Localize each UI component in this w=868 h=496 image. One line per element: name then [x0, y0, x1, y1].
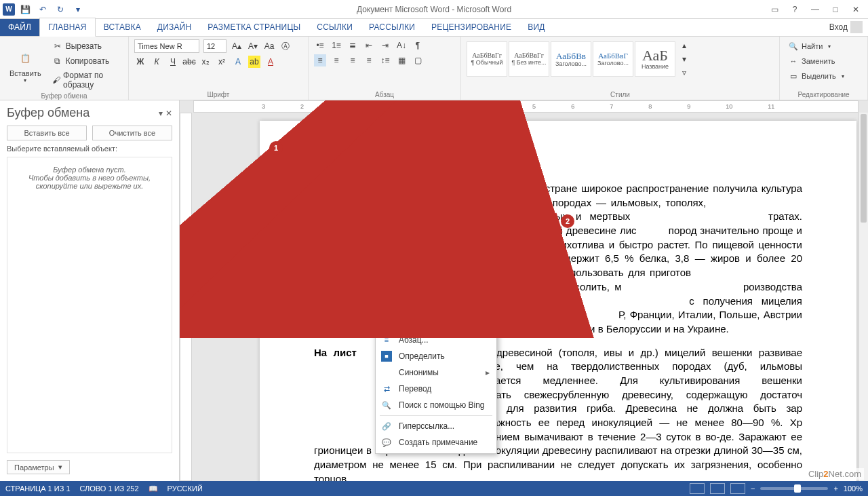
- mini-italic[interactable]: К: [393, 206, 405, 218]
- select-button[interactable]: ▭Выделить▾: [785, 69, 862, 83]
- strike-button[interactable]: abc: [183, 56, 195, 68]
- shrink-font-icon[interactable]: A▾: [247, 40, 259, 52]
- help-icon[interactable]: ?: [785, 2, 804, 17]
- horizontal-ruler[interactable]: 3211234567891011: [193, 100, 859, 113]
- vertical-ruler[interactable]: [180, 113, 192, 481]
- bold-button[interactable]: Ж: [134, 56, 146, 68]
- ctx-paragraph[interactable]: ≡Абзац...: [376, 332, 496, 348]
- superscript-button[interactable]: x²: [216, 56, 228, 68]
- tab-review[interactable]: РЕЦЕНЗИРОВАНИЕ: [423, 18, 519, 36]
- qat-dropdown-icon[interactable]: ▾: [71, 2, 85, 17]
- tab-home[interactable]: ГЛАВНАЯ: [39, 18, 95, 37]
- ctx-bing-search[interactable]: 🔍Поиск с помощью Bing: [376, 397, 496, 413]
- tab-insert[interactable]: ВСТАВКА: [96, 18, 149, 36]
- mini-format-painter-icon[interactable]: 🖌: [493, 192, 505, 204]
- ctx-translate[interactable]: ⇄Перевод: [376, 381, 496, 397]
- copy-button[interactable]: ⧉Копировать: [50, 54, 123, 68]
- undo-icon[interactable]: ↶: [35, 2, 50, 17]
- text-effects-icon[interactable]: A: [232, 56, 244, 68]
- sign-in-button[interactable]: Вход: [824, 18, 868, 36]
- tab-file[interactable]: ФАЙЛ: [0, 18, 39, 36]
- mini-styles-label[interactable]: Стили: [482, 209, 507, 216]
- clipboard-options-button[interactable]: Параметры▾: [7, 460, 70, 474]
- ctx-hyperlink[interactable]: 🔗Гиперссылка...: [376, 418, 496, 434]
- tab-design[interactable]: ДИЗАЙН: [149, 18, 200, 36]
- font-name-input[interactable]: Times New R: [134, 39, 199, 53]
- status-spellcheck-icon[interactable]: 📖: [149, 484, 158, 493]
- outdent-icon[interactable]: ⇤: [363, 39, 375, 52]
- style-normal[interactable]: АаБбВвГг¶ Обычный: [467, 41, 507, 77]
- change-case-icon[interactable]: Aa: [263, 40, 275, 52]
- status-words[interactable]: СЛОВО 1 ИЗ 252: [80, 484, 139, 493]
- numbering-icon[interactable]: 1≡: [330, 39, 342, 52]
- font-size-input[interactable]: 12: [203, 39, 226, 53]
- tab-references[interactable]: ССЫЛКИ: [309, 18, 361, 36]
- clear-all-button[interactable]: Очистить все: [92, 126, 172, 140]
- redo-icon[interactable]: ↻: [53, 2, 68, 17]
- status-page[interactable]: СТРАНИЦА 1 ИЗ 1: [5, 484, 71, 493]
- tab-layout[interactable]: РАЗМЕТКА СТРАНИЦЫ: [199, 18, 309, 36]
- paste-button[interactable]: 📋 Вставить ▾: [5, 45, 45, 86]
- mini-font-color-icon[interactable]: A: [437, 206, 450, 218]
- tab-mailings[interactable]: РАССЫЛКИ: [361, 18, 423, 36]
- grow-font-icon[interactable]: A▴: [231, 40, 243, 52]
- line-spacing-icon[interactable]: ↕≡: [379, 54, 391, 66]
- borders-icon[interactable]: ▢: [412, 54, 424, 66]
- ribbon-options-icon[interactable]: ▭: [765, 2, 784, 17]
- style-heading1[interactable]: АаБбВвЗаголово...: [551, 41, 591, 77]
- pane-dropdown-icon[interactable]: ▾: [159, 109, 163, 118]
- vertical-scrollbar[interactable]: [859, 113, 868, 481]
- pane-close-icon[interactable]: ✕: [165, 109, 172, 118]
- mini-styles-icon[interactable]: A: [508, 192, 520, 204]
- mini-font-name[interactable]: Times New Rom: [378, 191, 437, 205]
- document-page[interactable]: В Европе, Северной Америке, Азии и в наш…: [260, 121, 856, 481]
- underline-button[interactable]: Ч: [167, 56, 179, 68]
- ctx-copy[interactable]: ⧉Копировать: [376, 259, 496, 275]
- save-icon[interactable]: 💾: [18, 2, 33, 17]
- style-title[interactable]: АаБНазвание: [635, 41, 675, 77]
- zoom-in-button[interactable]: +: [833, 484, 837, 493]
- sort-icon[interactable]: A↓: [395, 39, 408, 52]
- mini-highlight-icon[interactable]: ab: [422, 206, 435, 218]
- status-language[interactable]: РУССКИЙ: [167, 484, 203, 493]
- font-color-icon[interactable]: A: [264, 56, 277, 68]
- ctx-new-comment[interactable]: 💬Создать примечание: [376, 434, 496, 451]
- multilevel-icon[interactable]: ≣: [347, 39, 359, 52]
- align-right-icon[interactable]: ≡: [347, 54, 359, 66]
- highlight-icon[interactable]: ab: [248, 56, 260, 68]
- subscript-button[interactable]: x₂: [199, 56, 212, 68]
- ctx-font[interactable]: AШрифт...: [376, 316, 496, 332]
- zoom-slider[interactable]: [760, 487, 828, 490]
- mini-numbering-icon[interactable]: 1≡: [467, 206, 479, 218]
- mini-bold[interactable]: Ж: [378, 206, 390, 218]
- find-button[interactable]: 🔍Найти▾: [785, 39, 862, 53]
- maximize-icon[interactable]: □: [826, 2, 845, 17]
- view-web-icon[interactable]: [730, 483, 745, 494]
- mini-bullets-icon[interactable]: •≡: [452, 206, 465, 218]
- italic-button[interactable]: К: [151, 56, 163, 68]
- ctx-cut[interactable]: ✂Вырезать: [376, 242, 496, 259]
- justify-icon[interactable]: ≡: [363, 54, 375, 66]
- zoom-out-button[interactable]: −: [751, 484, 755, 493]
- clear-format-icon[interactable]: Ⓐ: [279, 40, 292, 52]
- close-icon[interactable]: ✕: [846, 2, 865, 17]
- replace-button[interactable]: ↔Заменить: [785, 54, 862, 68]
- styles-more-icon2[interactable]: ▾: [678, 53, 690, 65]
- show-marks-icon[interactable]: ¶: [412, 39, 424, 52]
- styles-more-icon[interactable]: ▴: [678, 39, 690, 52]
- style-heading2[interactable]: АаБбВвГЗаголово...: [593, 41, 633, 77]
- style-nospacing[interactable]: АаБбВвГг¶ Без инте...: [509, 41, 549, 77]
- styles-expand-icon[interactable]: ▿: [678, 66, 690, 79]
- paste-all-button[interactable]: Вставить все: [7, 126, 87, 140]
- view-print-icon[interactable]: [710, 483, 725, 494]
- mini-underline[interactable]: Ч: [408, 206, 420, 218]
- minimize-icon[interactable]: —: [806, 2, 825, 17]
- mini-shrink-icon[interactable]: A▾: [478, 192, 490, 204]
- scrollbar-thumb[interactable]: [861, 114, 867, 223]
- shading-icon[interactable]: ▦: [395, 54, 408, 66]
- bullets-icon[interactable]: •≡: [314, 39, 326, 52]
- zoom-knob[interactable]: [794, 484, 801, 493]
- indent-icon[interactable]: ⇥: [379, 39, 391, 52]
- align-center-icon[interactable]: ≡: [330, 54, 342, 66]
- ctx-synonyms[interactable]: Синонимы▸: [376, 364, 496, 381]
